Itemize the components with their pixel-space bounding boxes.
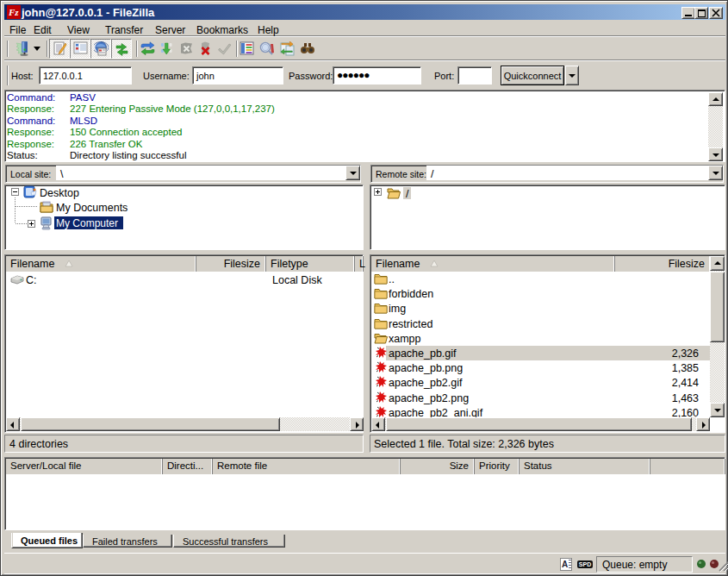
svg-text:Fz: Fz: [8, 7, 19, 17]
